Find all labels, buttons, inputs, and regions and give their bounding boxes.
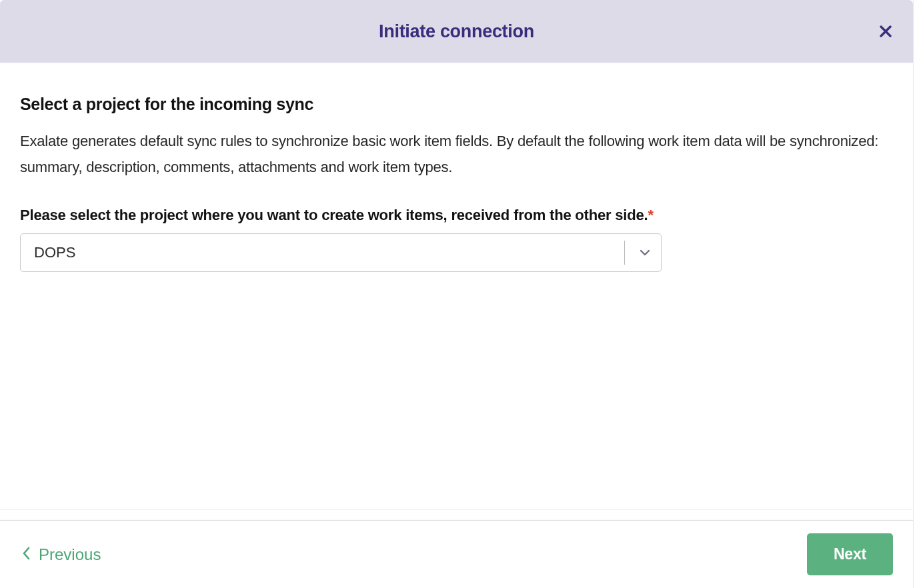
project-select[interactable]: DOPS — [20, 233, 662, 272]
chevron-down-icon — [634, 246, 661, 259]
initiate-connection-modal: Initiate connection Select a project for… — [0, 0, 914, 588]
chevron-left-icon — [21, 546, 31, 563]
previous-label: Previous — [39, 545, 101, 564]
footer-top-divider — [0, 509, 914, 510]
next-label: Next — [834, 545, 866, 563]
section-heading: Select a project for the incoming sync — [20, 95, 893, 114]
modal-footer: Previous Next — [0, 520, 913, 588]
description-text: Exalate generates default sync rules to … — [20, 129, 893, 180]
required-mark: * — [648, 207, 653, 223]
project-select-value: DOPS — [21, 244, 624, 261]
field-label-text: Please select the project where you want… — [20, 207, 648, 223]
close-button[interactable] — [877, 20, 894, 43]
modal-body: Select a project for the incoming sync E… — [0, 63, 913, 520]
select-divider — [624, 241, 625, 265]
previous-button[interactable]: Previous — [20, 541, 102, 568]
close-icon — [880, 21, 892, 41]
project-field-label: Please select the project where you want… — [20, 207, 893, 224]
modal-header: Initiate connection — [0, 0, 913, 63]
next-button[interactable]: Next — [807, 533, 893, 575]
modal-title: Initiate connection — [379, 21, 534, 42]
